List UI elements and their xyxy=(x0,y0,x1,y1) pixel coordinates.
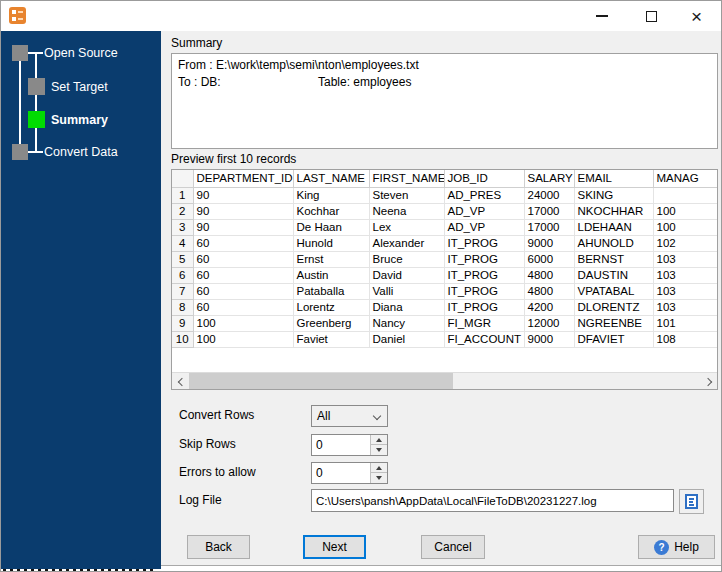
log-file-value: C:\Users\pansh\AppData\Local\FileToDB\20… xyxy=(316,495,597,507)
minimize-icon xyxy=(596,15,608,17)
horizontal-scrollbar[interactable] xyxy=(172,372,717,389)
table-cell: 60 xyxy=(193,251,293,267)
row-number-cell: 2 xyxy=(172,203,193,219)
table-cell: IT_PROG xyxy=(444,251,524,267)
scrollbar-thumb[interactable] xyxy=(189,373,453,390)
next-button[interactable]: Next xyxy=(303,535,366,559)
cancel-button[interactable]: Cancel xyxy=(421,535,485,559)
column-header[interactable]: JOB_ID xyxy=(444,170,524,187)
skip-rows-stepper[interactable]: 0 xyxy=(311,434,388,456)
stepper-down-button[interactable] xyxy=(371,473,387,483)
stepper-up-button[interactable] xyxy=(371,435,387,445)
table-row[interactable]: 460HunoldAlexanderIT_PROG9000AHUNOLD102 xyxy=(172,235,717,251)
skip-rows-value: 0 xyxy=(316,438,323,452)
table-cell: DFAVIET xyxy=(574,331,653,347)
scroll-right-arrow[interactable] xyxy=(700,373,717,390)
table-cell: 103 xyxy=(653,251,717,267)
skip-rows-label: Skip Rows xyxy=(179,437,236,451)
table-row[interactable]: 390De HaanLexAD_VP17000LDEHAAN100 xyxy=(172,219,717,235)
table-cell: Pataballa xyxy=(293,283,369,299)
table-cell: Faviet xyxy=(293,331,369,347)
help-button-label: Help xyxy=(674,540,699,554)
back-button[interactable]: Back xyxy=(187,535,250,559)
table-cell: Bruce xyxy=(369,251,444,267)
table-row[interactable]: 760PataballaValliIT_PROG4800VPATABAL103 xyxy=(172,283,717,299)
table-cell: 9000 xyxy=(524,235,574,251)
table-cell: 60 xyxy=(193,299,293,315)
table-cell: Ernst xyxy=(293,251,369,267)
table-cell: Valli xyxy=(369,283,444,299)
table-cell: 90 xyxy=(193,187,293,203)
table-cell: 60 xyxy=(193,235,293,251)
errors-to-allow-stepper[interactable]: 0 xyxy=(311,462,388,484)
summary-to-line: To : DB: Table: employees xyxy=(178,74,711,91)
table-row[interactable]: 290KochharNeenaAD_VP17000NKOCHHAR100 xyxy=(172,203,717,219)
column-header[interactable]: EMAIL xyxy=(574,170,653,187)
row-number-cell: 5 xyxy=(172,251,193,267)
table-cell: AD_PRES xyxy=(444,187,524,203)
corner-cell xyxy=(172,170,193,187)
column-header[interactable]: DEPARTMENT_ID xyxy=(193,170,293,187)
table-cell: 100 xyxy=(653,219,717,235)
stepper-up-button[interactable] xyxy=(371,463,387,473)
browse-log-button[interactable] xyxy=(679,489,704,514)
table-cell: 9000 xyxy=(524,331,574,347)
column-header[interactable]: SALARY xyxy=(524,170,574,187)
stepper-buttons xyxy=(370,435,387,455)
table-cell: Steven xyxy=(369,187,444,203)
row-number-cell: 7 xyxy=(172,283,193,299)
table-cell: De Haan xyxy=(293,219,369,235)
column-header[interactable]: LAST_NAME xyxy=(293,170,369,187)
scroll-left-arrow[interactable] xyxy=(172,373,189,390)
stepper-down-button[interactable] xyxy=(371,445,387,455)
table-row[interactable]: 860LorentzDianaIT_PROG4200DLORENTZ103 xyxy=(172,299,717,315)
table-cell: 103 xyxy=(653,267,717,283)
preview-table-body: 190KingStevenAD_PRES24000SKING290Kochhar… xyxy=(172,187,717,347)
convert-rows-label: Convert Rows xyxy=(179,408,254,422)
title-bar: × xyxy=(1,1,721,31)
summary-from-line: From : E:\work\temp\semi\nton\employees.… xyxy=(178,57,711,74)
table-cell: Nancy xyxy=(369,315,444,331)
arrow-up-icon xyxy=(376,438,382,442)
convert-rows-select[interactable]: All xyxy=(311,405,388,427)
table-cell: Kochhar xyxy=(293,203,369,219)
column-header[interactable]: MANAG xyxy=(653,170,717,187)
table-row[interactable]: 560ErnstBruceIT_PROG6000BERNST103 xyxy=(172,251,717,267)
table-row[interactable]: 660AustinDavidIT_PROG4800DAUSTIN103 xyxy=(172,267,717,283)
maximize-button[interactable] xyxy=(629,1,674,31)
table-cell: 17000 xyxy=(524,203,574,219)
row-number-cell: 8 xyxy=(172,299,193,315)
summary-to-label: To : DB: xyxy=(178,75,221,89)
column-header[interactable]: FIRST_NAME xyxy=(369,170,444,187)
table-cell: DLORENTZ xyxy=(574,299,653,315)
table-cell: DAUSTIN xyxy=(574,267,653,283)
table-cell: 60 xyxy=(193,283,293,299)
table-row[interactable]: 190KingStevenAD_PRES24000SKING xyxy=(172,187,717,203)
table-cell: 90 xyxy=(193,219,293,235)
table-cell: IT_PROG xyxy=(444,283,524,299)
convert-rows-value: All xyxy=(317,409,330,423)
preview-section-label: Preview first 10 records xyxy=(171,152,296,166)
step-label-set-target: Set Target xyxy=(51,80,108,94)
step-connector-line xyxy=(19,53,21,152)
table-cell: Lorentz xyxy=(293,299,369,315)
table-row[interactable]: 9100GreenbergNancyFI_MGR12000NGREENBE101 xyxy=(172,315,717,331)
table-cell: LDEHAAN xyxy=(574,219,653,235)
help-button[interactable]: ? Help xyxy=(638,535,715,559)
table-cell: IT_PROG xyxy=(444,235,524,251)
close-button[interactable]: × xyxy=(674,1,719,31)
cancel-button-label: Cancel xyxy=(434,540,471,554)
arrow-down-icon xyxy=(376,476,382,480)
log-file-input[interactable]: C:\Users\pansh\AppData\Local\FileToDB\20… xyxy=(311,489,674,512)
row-number-cell: 3 xyxy=(172,219,193,235)
table-row[interactable]: 10100FavietDanielFI_ACCOUNT9000DFAVIET10… xyxy=(172,331,717,347)
minimize-button[interactable] xyxy=(579,1,624,31)
dialog-window: × Open Source Set Target Summary Convert… xyxy=(0,0,722,572)
document-icon xyxy=(685,494,698,509)
summary-text-box: From : E:\work\temp\semi\nton\employees.… xyxy=(171,53,718,149)
table-cell: Austin xyxy=(293,267,369,283)
step-connector-line xyxy=(35,53,37,78)
chevron-left-icon xyxy=(177,377,185,385)
step-indicator-set-target xyxy=(28,78,45,95)
table-cell: 60 xyxy=(193,267,293,283)
